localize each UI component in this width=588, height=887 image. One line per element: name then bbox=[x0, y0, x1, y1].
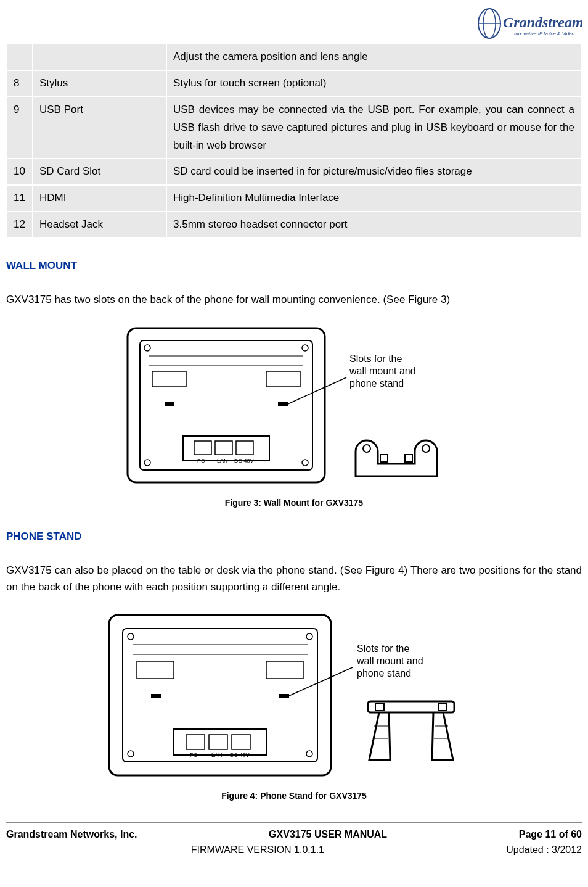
row-num: 8 bbox=[7, 71, 32, 96]
row-desc: USB devices may be connected via the USB… bbox=[167, 97, 581, 159]
figure-3: PC LAN DC 48V Slots for the wall mount a… bbox=[6, 322, 582, 510]
svg-point-18 bbox=[144, 460, 150, 466]
heading-phone-stand: PHONE STAND bbox=[6, 528, 582, 545]
row-name: Stylus bbox=[33, 71, 166, 96]
fig4-callout-line3: phone stand bbox=[357, 668, 411, 679]
wall-mount-diagram: PC LAN DC 48V Slots for the wall mount a… bbox=[121, 322, 467, 489]
svg-text:PC: PC bbox=[197, 458, 205, 464]
svg-rect-10 bbox=[194, 441, 211, 455]
svg-point-24 bbox=[422, 445, 430, 452]
svg-point-16 bbox=[144, 345, 150, 351]
row-name: HDMI bbox=[33, 186, 166, 211]
svg-rect-8 bbox=[266, 371, 300, 387]
row-desc: SD card could be inserted in for picture… bbox=[167, 159, 581, 184]
svg-rect-7 bbox=[152, 371, 186, 387]
svg-rect-25 bbox=[380, 455, 388, 462]
svg-rect-26 bbox=[405, 455, 412, 462]
svg-rect-27 bbox=[109, 615, 331, 775]
svg-text:LAN: LAN bbox=[217, 458, 228, 464]
svg-line-46 bbox=[289, 667, 353, 696]
figure-4-caption: Figure 4: Phone Stand for GXV3175 bbox=[6, 789, 582, 802]
row-num bbox=[7, 44, 32, 70]
footer-manual: GXV3175 USER MANUAL bbox=[269, 827, 387, 843]
figure-4: PC LAN DC 48V Slots for the wall mount a… bbox=[6, 609, 582, 802]
row-num: 10 bbox=[7, 159, 32, 184]
svg-text:DC 48V: DC 48V bbox=[234, 458, 254, 464]
row-name: USB Port bbox=[33, 97, 166, 159]
footer-firmware: FIRMWARE VERSION 1.0.1.1 bbox=[191, 842, 324, 858]
row-name bbox=[33, 44, 166, 70]
fig3-callout-line1: Slots for the bbox=[349, 353, 402, 364]
row-desc: High-Definition Multimedia Interface bbox=[167, 186, 581, 211]
footer-company: Grandstream Networks, Inc. bbox=[6, 827, 137, 843]
fig3-callout-line2: wall mount and bbox=[349, 366, 416, 376]
row-num: 11 bbox=[7, 186, 32, 211]
svg-rect-49 bbox=[438, 703, 447, 711]
table-row: 12 Headset Jack 3.5mm stereo headset con… bbox=[7, 212, 581, 237]
row-desc: 3.5mm stereo headset connector port bbox=[167, 212, 581, 237]
footer-page: Page 11 of 60 bbox=[519, 827, 582, 843]
svg-rect-31 bbox=[137, 661, 174, 679]
svg-rect-34 bbox=[186, 735, 205, 749]
brand-logo: Grandstream Innovative IP Voice & Video bbox=[477, 6, 582, 40]
svg-point-40 bbox=[128, 633, 134, 640]
svg-rect-44 bbox=[151, 694, 161, 698]
figure-3-caption: Figure 3: Wall Mount for GXV3175 bbox=[6, 496, 582, 510]
table-row: Adjust the camera position and lens angl… bbox=[7, 44, 581, 70]
page-header: Grandstream Innovative IP Voice & Video bbox=[6, 0, 582, 43]
svg-text:LAN: LAN bbox=[211, 752, 223, 758]
svg-rect-21 bbox=[278, 402, 288, 406]
footer-updated: Updated : 3/2012 bbox=[506, 842, 582, 858]
svg-point-23 bbox=[363, 445, 370, 452]
body-wall-mount: GXV3175 has two slots on the back of the… bbox=[6, 291, 582, 308]
page-footer: Grandstream Networks, Inc. GXV3175 USER … bbox=[6, 822, 582, 858]
svg-point-42 bbox=[128, 751, 134, 757]
table-row: 11 HDMI High-Definition Multimedia Inter… bbox=[7, 186, 581, 211]
row-name: Headset Jack bbox=[33, 212, 166, 237]
body-phone-stand: GXV3175 can also be placed on the table … bbox=[6, 562, 582, 595]
svg-rect-45 bbox=[279, 694, 289, 698]
fig4-callout-line1: Slots for the bbox=[357, 643, 409, 654]
svg-point-19 bbox=[302, 460, 308, 466]
logo-tagline: Innovative IP Voice & Video bbox=[514, 31, 575, 36]
svg-point-17 bbox=[302, 345, 308, 351]
row-desc: Adjust the camera position and lens angl… bbox=[167, 44, 581, 70]
svg-point-43 bbox=[306, 751, 312, 757]
svg-rect-48 bbox=[375, 703, 384, 711]
row-desc: Stylus for touch screen (optional) bbox=[167, 71, 581, 96]
svg-text:PC: PC bbox=[190, 752, 198, 758]
table-row: 8 Stylus Stylus for touch screen (option… bbox=[7, 71, 581, 96]
svg-rect-20 bbox=[165, 402, 174, 406]
row-num: 9 bbox=[7, 97, 32, 159]
logo-text: Grandstream bbox=[503, 14, 582, 30]
svg-text:DC 48V: DC 48V bbox=[230, 752, 250, 758]
svg-line-22 bbox=[288, 377, 346, 404]
svg-rect-33 bbox=[174, 729, 266, 755]
svg-point-41 bbox=[306, 633, 312, 640]
svg-rect-11 bbox=[215, 441, 232, 455]
svg-rect-36 bbox=[232, 735, 250, 749]
fig4-callout-line2: wall mount and bbox=[356, 656, 423, 666]
svg-rect-9 bbox=[183, 436, 269, 461]
phone-stand-diagram: PC LAN DC 48V Slots for the wall mount a… bbox=[103, 609, 485, 782]
row-name: SD Card Slot bbox=[33, 159, 166, 184]
fig3-callout-line3: phone stand bbox=[349, 378, 404, 389]
svg-rect-35 bbox=[209, 735, 227, 749]
row-num: 12 bbox=[7, 212, 32, 237]
table-row: 9 USB Port USB devices may be connected … bbox=[7, 97, 581, 159]
svg-rect-12 bbox=[236, 441, 253, 455]
table-row: 10 SD Card Slot SD card could be inserte… bbox=[7, 159, 581, 184]
svg-rect-32 bbox=[266, 661, 303, 679]
ports-table: Adjust the camera position and lens angl… bbox=[6, 43, 582, 239]
heading-wall-mount: WALL MOUNT bbox=[6, 257, 582, 274]
